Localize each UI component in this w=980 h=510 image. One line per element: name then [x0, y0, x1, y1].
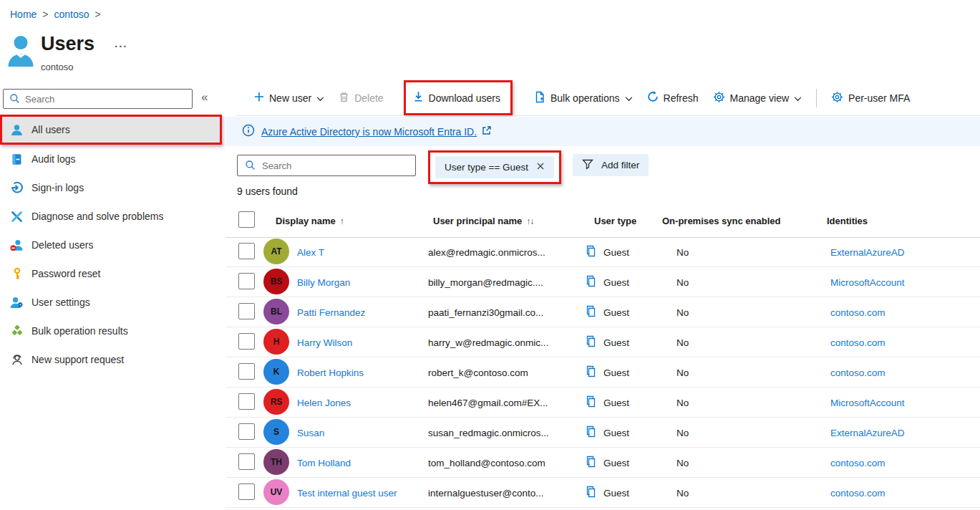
sync-enabled: No [676, 427, 689, 438]
user-type: Guest [603, 457, 629, 468]
column-header-user-principal-name[interactable]: User principal name↑↓ [433, 216, 533, 226]
select-all-checkbox[interactable] [238, 211, 255, 228]
column-header-on-premises-sync: On-premises sync enabled [662, 216, 780, 226]
row-checkbox[interactable] [238, 273, 255, 289]
new-user-button[interactable]: New user [247, 92, 331, 104]
sidebar-item-audit-logs[interactable]: Audit logs [0, 145, 225, 173]
row-checkbox[interactable] [238, 303, 255, 319]
bulk-operations-icon [534, 91, 545, 105]
display-name-link[interactable]: Patti Fernandez [297, 307, 365, 317]
user-principal-name: paati_fernanzi30gmail.co... [428, 307, 543, 317]
password-reset-icon [10, 267, 24, 281]
display-name-link[interactable]: Billy Morgan [297, 276, 350, 287]
display-name-link[interactable]: Tom Holland [297, 457, 351, 468]
user-type: Guest [603, 487, 629, 498]
user-type: Guest [603, 397, 629, 408]
breadcrumb-contoso-link[interactable]: contoso [54, 9, 89, 20]
sidebar-item-sign-in-logs[interactable]: Sign-in logs [0, 173, 225, 202]
bulk-operations-button[interactable]: Bulk operations [527, 91, 640, 105]
row-checkbox[interactable] [238, 243, 255, 259]
sync-enabled: No [676, 487, 689, 498]
sidebar-item-label: Password reset [31, 268, 100, 279]
annotation-box-download-users: Download users [404, 80, 513, 115]
display-name-link[interactable]: Helen Jones [297, 397, 351, 408]
command-bar: New user Delete Download users Bulk oper… [247, 80, 917, 115]
sidebar-item-all-users[interactable]: All users [0, 115, 222, 145]
sidebar-search-input[interactable] [3, 89, 193, 109]
select-all-checkbox-cell [238, 211, 255, 230]
copy-icon[interactable] [586, 365, 596, 380]
row-checkbox[interactable] [238, 363, 255, 380]
user-type-filter-pill[interactable]: User type == Guest [435, 156, 554, 178]
sidebar-item-new-support-request[interactable]: New support request [0, 345, 225, 374]
diagnose-icon [10, 210, 24, 223]
row-checkbox[interactable] [238, 423, 255, 440]
plus-icon [254, 92, 264, 104]
identity-link[interactable]: MicrosoftAccount [830, 276, 905, 287]
audit-logs-icon [10, 153, 24, 166]
collapse-sidebar-button[interactable]: « [201, 90, 208, 105]
display-name-link[interactable]: Alex T [297, 246, 324, 257]
copy-icon[interactable] [586, 335, 596, 350]
copy-icon[interactable] [586, 456, 596, 470]
copy-icon[interactable] [586, 425, 596, 440]
copy-icon[interactable] [586, 486, 596, 500]
per-user-mfa-button[interactable]: Per-user MFA [824, 91, 917, 105]
breadcrumb: Home > contoso > [10, 9, 101, 20]
user-principal-name: internalguestuser@conto... [428, 487, 544, 498]
refresh-button[interactable]: Refresh [640, 91, 706, 105]
identity-link[interactable]: contoso.com [830, 457, 886, 468]
table-row: SSusansusan_redmagic.onmicros...GuestNoE… [226, 418, 980, 448]
sidebar-item-label: New support request [31, 354, 124, 365]
column-header-display-name[interactable]: Display name↑ [276, 216, 344, 226]
gear-icon [713, 91, 725, 105]
entra-id-banner-link[interactable]: Azure Active Directory is now Microsoft … [261, 125, 492, 138]
filter-funnel-icon [582, 158, 593, 172]
sidebar-item-user-settings[interactable]: User settings [0, 288, 225, 317]
support-icon [10, 353, 24, 367]
identity-link[interactable]: contoso.com [830, 337, 886, 347]
sidebar-item-diagnose-and-solve-problems[interactable]: Diagnose and solve problems [0, 202, 225, 231]
row-checkbox[interactable] [238, 393, 255, 410]
sidebar-item-label: Diagnose and solve problems [31, 211, 163, 222]
display-name-link[interactable]: Susan [297, 427, 324, 438]
close-icon[interactable] [536, 162, 545, 173]
avatar: BS [263, 269, 289, 294]
table-row: RSHelen Joneshelen467@gmail.com#EX...Gue… [226, 388, 980, 418]
sidebar-item-label: All users [31, 124, 70, 135]
table-header: Display name↑ User principal name↑↓ User… [226, 204, 980, 238]
display-name-link[interactable]: Harry Wilson [297, 337, 352, 347]
identity-link[interactable]: contoso.com [830, 307, 886, 317]
manage-view-button[interactable]: Manage view [706, 91, 810, 105]
breadcrumb-home-link[interactable]: Home [10, 9, 37, 20]
sidebar-item-bulk-operation-results[interactable]: Bulk operation results [0, 317, 225, 345]
copy-icon[interactable] [586, 275, 596, 289]
display-name-link[interactable]: Robert Hopkins [297, 367, 364, 377]
identity-link[interactable]: ExternalAzureAD [830, 246, 905, 257]
identity-link[interactable]: MicrosoftAccount [830, 397, 905, 408]
user-principal-name: susan_redmagic.onmicros... [428, 427, 549, 438]
sidebar-item-deleted-users[interactable]: Deleted users [0, 231, 225, 259]
user-list-search-input[interactable] [237, 155, 416, 176]
row-checkbox[interactable] [238, 333, 255, 350]
add-filter-button[interactable]: Add filter [573, 154, 649, 176]
sidebar-menu: All usersAudit logsSign-in logsDiagnose … [0, 115, 225, 374]
download-users-button[interactable]: Download users [406, 91, 510, 105]
avatar: UV [263, 479, 289, 505]
sidebar-item-password-reset[interactable]: Password reset [0, 259, 225, 288]
identity-link[interactable]: contoso.com [830, 487, 886, 498]
copy-icon[interactable] [586, 305, 596, 319]
azure-portal-users-page: Home > contoso > Users ... contoso « New… [0, 0, 980, 510]
row-checkbox[interactable] [238, 483, 255, 500]
sync-enabled: No [676, 457, 689, 468]
more-menu-button[interactable]: ... [115, 37, 128, 49]
identity-link[interactable]: contoso.com [830, 367, 886, 377]
user-type: Guest [603, 427, 629, 438]
copy-icon[interactable] [586, 395, 596, 410]
row-checkbox[interactable] [238, 453, 255, 470]
delete-button[interactable]: Delete [331, 92, 390, 105]
identity-link[interactable]: ExternalAzureAD [830, 427, 905, 438]
table-row: THTom Hollandtom_holland@contoso.comGues… [226, 448, 980, 478]
copy-icon[interactable] [586, 245, 596, 259]
display-name-link[interactable]: Test internal guest user [297, 487, 397, 498]
